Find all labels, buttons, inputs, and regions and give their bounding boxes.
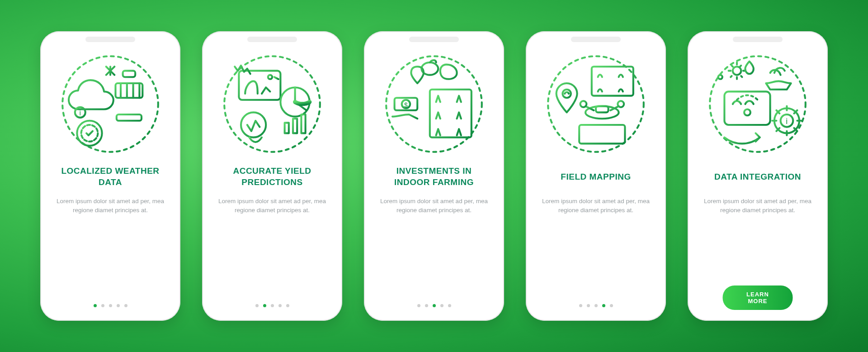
page-dot-2[interactable] xyxy=(587,304,590,307)
screen-description: Lorem ipsum dolor sit amet ad per, mea r… xyxy=(214,197,330,215)
yield-chart-icon xyxy=(220,52,324,156)
page-dot-5[interactable] xyxy=(610,304,613,307)
page-dot-5[interactable] xyxy=(448,304,451,307)
page-dot-4[interactable] xyxy=(440,304,443,307)
page-dot-3[interactable] xyxy=(109,304,112,307)
page-dot-5[interactable] xyxy=(286,304,289,307)
page-dot-1[interactable] xyxy=(255,304,259,307)
page-dot-3[interactable] xyxy=(271,304,274,307)
page-dot-1[interactable] xyxy=(417,304,420,307)
page-dot-4[interactable] xyxy=(602,304,605,307)
page-dot-5[interactable] xyxy=(124,304,127,307)
page-indicator xyxy=(526,304,666,307)
screen-description: Lorem ipsum dolor sit amet ad per, mea r… xyxy=(52,197,169,215)
screen-title: LOCALIZED WEATHER DATA xyxy=(52,165,169,189)
screen-description: Lorem ipsum dolor sit amet ad per, mea r… xyxy=(699,197,816,215)
page-dot-3[interactable] xyxy=(433,304,436,307)
screen-title: INVESTMENTS IN INDOOR FARMING xyxy=(376,165,492,189)
onboarding-screen-3: INVESTMENTS IN INDOOR FARMINGLorem ipsum… xyxy=(364,31,504,321)
screen-description: Lorem ipsum dolor sit amet ad per, mea r… xyxy=(376,197,492,215)
weather-station-icon xyxy=(58,52,162,156)
screen-description: Lorem ipsum dolor sit amet ad per, mea r… xyxy=(538,197,654,215)
page-dot-1[interactable] xyxy=(94,304,97,307)
page-dot-4[interactable] xyxy=(278,304,282,307)
screen-title: DATA INTEGRATION xyxy=(712,165,803,189)
page-dot-4[interactable] xyxy=(117,304,120,307)
page-dot-2[interactable] xyxy=(263,304,266,307)
field-mapping-icon xyxy=(544,52,648,156)
onboarding-screen-1: LOCALIZED WEATHER DATALorem ipsum dolor … xyxy=(40,31,180,321)
learn-more-button[interactable]: LEARN MORE xyxy=(723,285,793,310)
onboarding-screen-4: FIELD MAPPINGLorem ipsum dolor sit amet … xyxy=(526,31,666,321)
page-dot-2[interactable] xyxy=(101,304,104,307)
page-indicator xyxy=(202,304,342,307)
page-dot-1[interactable] xyxy=(579,304,582,307)
page-dot-3[interactable] xyxy=(594,304,598,307)
page-indicator xyxy=(364,304,504,307)
onboarding-screen-5: DATA INTEGRATIONLorem ipsum dolor sit am… xyxy=(688,31,828,321)
page-dot-2[interactable] xyxy=(425,304,428,307)
screen-title: FIELD MAPPING xyxy=(559,165,632,189)
indoor-farming-icon xyxy=(382,52,486,156)
onboarding-screen-2: ACCURATE YIELD PREDICTIONSLorem ipsum do… xyxy=(202,31,342,321)
data-integration-icon xyxy=(706,52,810,156)
page-indicator xyxy=(40,304,180,307)
screen-title: ACCURATE YIELD PREDICTIONS xyxy=(214,165,330,189)
